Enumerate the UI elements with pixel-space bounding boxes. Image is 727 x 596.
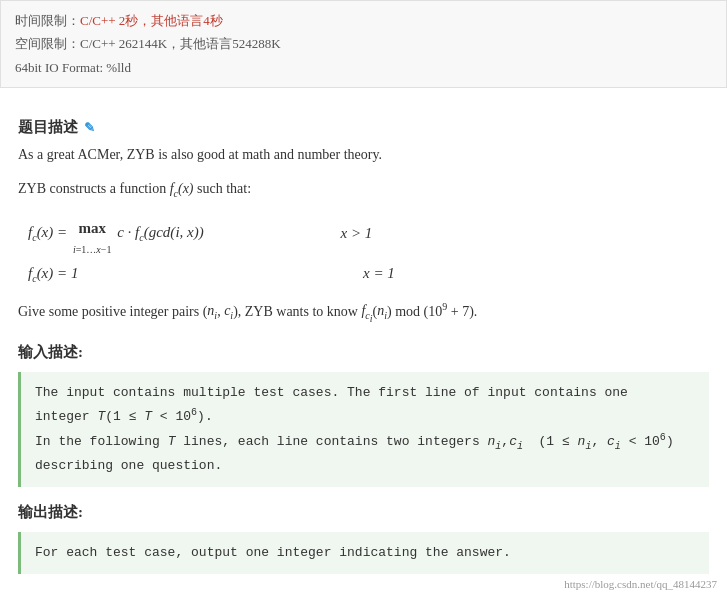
main-content: 题目描述 ✎ As a great ACMer, ZYB is also goo…: [0, 88, 727, 596]
watermark: https://blog.csdn.net/qq_48144237: [564, 578, 717, 590]
input-code-box: The input contains multiple test cases. …: [18, 372, 709, 487]
io-format-value: 64bit IO Format: %lld: [15, 60, 131, 75]
time-limit-value: C/C++ 2秒，其他语言4秒: [80, 13, 223, 28]
input-line-4: describing one question.: [35, 455, 695, 477]
input-line-3: In the following T lines, each line cont…: [35, 429, 695, 455]
space-limit-row: 空间限制：C/C++ 262144K，其他语言524288K: [15, 32, 712, 55]
construct-text: ZYB constructs a function fc(x) such tha…: [18, 177, 709, 202]
input-section: 输入描述: The input contains multiple test c…: [18, 343, 709, 487]
input-line-2: integer T(1 ≤ T < 106).: [35, 404, 695, 428]
output-section: 输出描述: For each test case, output one int…: [18, 503, 709, 574]
input-title: 输入描述:: [18, 343, 709, 362]
output-title: 输出描述:: [18, 503, 709, 522]
func-inline: fc(x): [170, 181, 194, 196]
give-text: Give some positive integer pairs (ni, ci…: [18, 298, 709, 327]
time-limit-row: 时间限制：C/C++ 2秒，其他语言4秒: [15, 9, 712, 32]
space-limit-label: 空间限制：: [15, 36, 80, 51]
io-format-row: 64bit IO Format: %lld: [15, 56, 712, 79]
edit-icon[interactable]: ✎: [84, 120, 95, 136]
input-line-1: The input contains multiple test cases. …: [35, 382, 695, 404]
output-code-box: For each test case, output one integer i…: [18, 532, 709, 574]
info-box: 时间限制：C/C++ 2秒，其他语言4秒 空间限制：C/C++ 262144K，…: [0, 0, 727, 88]
output-line-1: For each test case, output one integer i…: [35, 542, 695, 564]
max-operator: max i=1…x−1: [73, 212, 112, 255]
intro-text: As a great ACMer, ZYB is also good at ma…: [18, 143, 709, 167]
problem-description-title: 题目描述 ✎: [18, 118, 709, 137]
formula-line-2: fc(x) = 1 x = 1: [28, 257, 709, 290]
formula-line-1: fc(x) = max i=1…x−1 c · fc(gcd(i, x)) x …: [28, 212, 709, 255]
space-limit-value: C/C++ 262144K，其他语言524288K: [80, 36, 281, 51]
time-limit-label: 时间限制：: [15, 13, 80, 28]
formula-block: fc(x) = max i=1…x−1 c · fc(gcd(i, x)) x …: [28, 212, 709, 290]
